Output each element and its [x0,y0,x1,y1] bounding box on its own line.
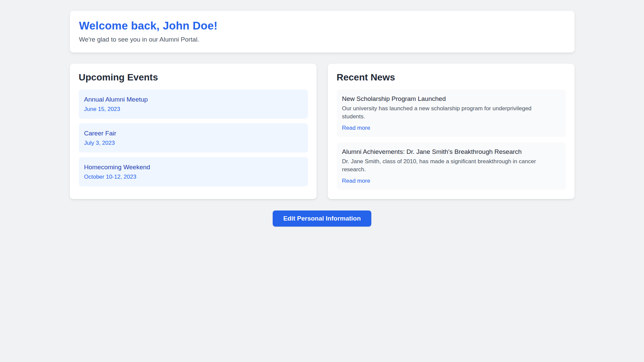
news-body: Dr. Jane Smith, class of 2010, has made … [342,158,550,174]
event-title: Annual Alumni Meetup [84,96,303,104]
event-date: July 3, 2023 [84,139,303,146]
news-item-alumni-achievements: Alumni Achievements: Dr. Jane Smith's Br… [337,142,566,190]
news-body: Our university has launched a new schola… [342,105,550,121]
recent-news-card: Recent News New Scholarship Program Laun… [328,64,575,199]
actions-row: Edit Personal Information [70,210,575,227]
event-item-career-fair[interactable]: Career Fair July 3, 2023 [79,123,308,153]
page-title: Welcome back, John Doe! [79,19,565,32]
upcoming-events-card: Upcoming Events Annual Alumni Meetup Jun… [70,64,317,199]
alumni-portal-page: Welcome back, John Doe! We're glad to se… [70,0,575,227]
event-item-homecoming-weekend[interactable]: Homecoming Weekend October 10-12, 2023 [79,157,308,186]
read-more-link[interactable]: Read more [342,177,370,184]
read-more-link[interactable]: Read more [342,124,370,131]
event-title: Homecoming Weekend [84,163,303,171]
news-title: Alumni Achievements: Dr. Jane Smith's Br… [342,148,560,156]
event-date: October 10-12, 2023 [84,173,303,180]
edit-personal-information-button[interactable]: Edit Personal Information [273,210,371,227]
event-item-annual-alumni-meetup[interactable]: Annual Alumni Meetup June 15, 2023 [79,89,308,119]
news-title: New Scholarship Program Launched [342,95,560,103]
upcoming-events-heading: Upcoming Events [79,72,308,83]
content-columns: Upcoming Events Annual Alumni Meetup Jun… [70,64,575,199]
welcome-subtitle: We're glad to see you in our Alumni Port… [79,36,565,43]
event-date: June 15, 2023 [84,106,303,113]
event-title: Career Fair [84,129,303,137]
news-item-scholarship-program: New Scholarship Program Launched Our uni… [337,89,566,137]
recent-news-heading: Recent News [337,72,566,83]
welcome-card: Welcome back, John Doe! We're glad to se… [70,11,575,53]
